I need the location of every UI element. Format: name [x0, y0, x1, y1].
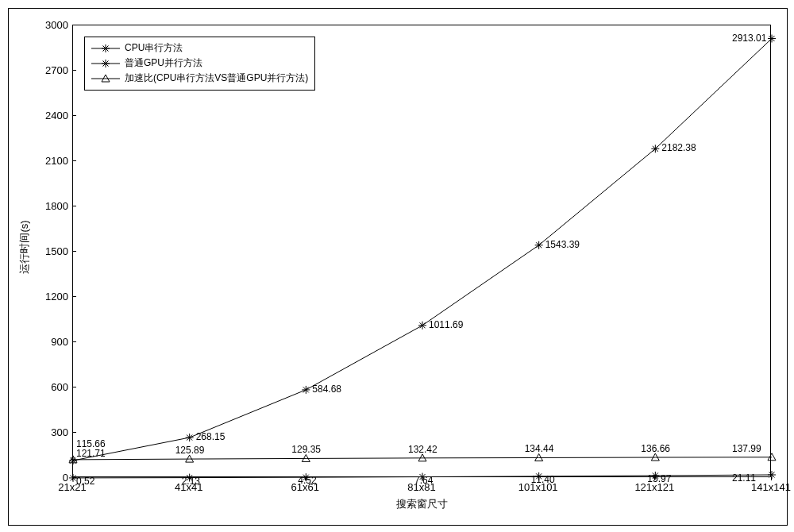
y-tick-label: 2700	[9, 64, 68, 76]
y-tick-label: 1500	[9, 245, 68, 257]
triangle-marker-icon	[91, 73, 120, 84]
data-label: 0.52	[76, 476, 94, 487]
y-tick-label: 1800	[9, 200, 68, 212]
data-label: 4.52	[298, 475, 316, 486]
data-label: 11.40	[531, 474, 555, 485]
data-label: 15.97	[647, 473, 671, 484]
star-marker-icon	[91, 43, 120, 54]
triangle-marker-icon	[768, 453, 776, 461]
star-marker-icon	[535, 241, 543, 249]
legend-label: 普通GPU并行方法	[125, 56, 202, 71]
legend-item: 加速比(CPU串行方法VS普通GPU并行方法)	[91, 71, 308, 86]
star-marker-icon	[768, 471, 776, 479]
data-label: 7.64	[414, 475, 433, 486]
data-label: 132.42	[408, 444, 437, 455]
star-marker-icon	[768, 35, 776, 43]
chart-svg	[73, 25, 772, 478]
data-label: 584.68	[312, 384, 341, 395]
star-marker-icon	[418, 322, 426, 330]
legend: CPU串行方法普通GPU并行方法加速比(CPU串行方法VS普通GPU并行方法)	[84, 37, 315, 91]
y-tick-label: 2100	[9, 155, 68, 167]
y-tick-label: 3000	[9, 19, 68, 31]
data-label: 1543.39	[545, 239, 580, 250]
data-label: 2182.38	[661, 142, 696, 153]
star-marker-icon	[651, 145, 659, 152]
data-label: 2.13	[182, 476, 200, 487]
data-label: 129.35	[291, 444, 321, 455]
y-tick-label: 600	[9, 381, 68, 393]
data-label: 121.71	[76, 448, 106, 459]
y-tick-label: 1200	[9, 291, 68, 303]
legend-item: 普通GPU并行方法	[91, 56, 308, 71]
data-label: 136.66	[641, 443, 670, 454]
y-tick-label: 300	[9, 426, 68, 438]
data-label: 268.15	[196, 431, 225, 442]
series-line	[73, 39, 772, 461]
legend-item: CPU串行方法	[91, 40, 308, 56]
data-label: 137.99	[732, 443, 761, 454]
data-label: 134.44	[525, 443, 554, 454]
data-label: 2913.01	[732, 33, 766, 44]
y-tick-label: 900	[9, 336, 68, 348]
x-axis-label: 搜索窗尺寸	[396, 497, 448, 511]
y-tick-label: 2400	[9, 110, 68, 121]
legend-label: 加速比(CPU串行方法VS普通GPU并行方法)	[125, 71, 308, 86]
series-line	[73, 457, 772, 460]
legend-label: CPU串行方法	[125, 40, 183, 56]
data-label: 21.11	[732, 472, 756, 484]
x-tick-label: 141x141	[751, 481, 791, 493]
chart-frame: 运行时间(s) 搜索窗尺寸 03006009001200150018002100…	[8, 8, 788, 526]
data-label: 125.89	[175, 445, 205, 456]
star-marker-icon	[186, 434, 194, 441]
plot-area: 115.66268.15584.681011.691543.392182.382…	[72, 25, 771, 477]
star-marker-icon	[91, 58, 120, 69]
data-label: 1011.69	[429, 319, 463, 330]
star-marker-icon	[302, 386, 310, 394]
